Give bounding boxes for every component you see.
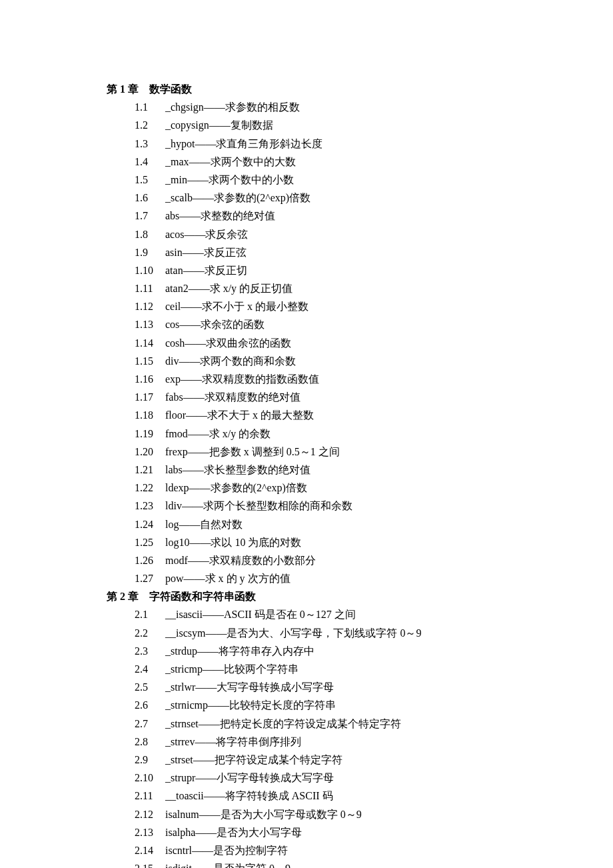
toc-item-number: 1.11 (135, 279, 165, 297)
toc-item-number: 1.10 (135, 261, 165, 279)
chapter-prefix: 第 (107, 83, 117, 95)
toc-item-number: 1.18 (135, 406, 165, 424)
toc-item-number: 1.1 (135, 98, 165, 116)
toc-item-number: 1.15 (135, 352, 165, 370)
toc-item-func: cos (165, 319, 179, 330)
toc-item-body: _hypot——求直角三角形斜边长度 (165, 135, 322, 153)
toc-item: 1.1_chgsign——求参数的相反数 (135, 98, 613, 116)
toc-item-body: _strlwr——大写字母转换成小写字母 (165, 678, 334, 696)
toc-item: 1.26modf——求双精度数的小数部分 (135, 551, 613, 569)
toc-item-func: atan2 (165, 283, 189, 294)
toc-item-body: cosh——求双曲余弦的函数 (165, 334, 291, 352)
toc-item-func: acos (165, 229, 184, 240)
toc-item-func: modf (165, 555, 188, 566)
toc-item-desc: ——求 x 的 y 次方的值 (184, 573, 291, 584)
toc-item-body: floor——求不大于 x 的最大整数 (165, 406, 314, 424)
toc-item: 1.15div——求两个数的商和余数 (135, 352, 613, 370)
chapter-mid: 章 (128, 591, 149, 602)
toc-item-body: __isascii——ASCII 码是否在 0～127 之间 (165, 605, 356, 623)
toc-item: 1.23ldiv——求两个长整型数相除的商和余数 (135, 497, 613, 515)
toc-item: 1.8acos——求反余弦 (135, 225, 613, 243)
toc-item: 1.3_hypot——求直角三角形斜边长度 (135, 135, 613, 153)
toc-item-desc: ——求余弦的函数 (179, 319, 265, 330)
toc-item-func: _strrev (165, 736, 195, 747)
toc-item-desc: ——求不大于 x 的最大整数 (186, 409, 314, 421)
toc-item-func: floor (165, 409, 186, 421)
toc-item-number: 2.9 (135, 751, 165, 769)
toc-item-func: isalnum (165, 809, 199, 820)
toc-item-body: labs——求长整型参数的绝对值 (165, 461, 310, 479)
toc-item-body: _strnicmp——比较特定长度的字符串 (165, 696, 336, 714)
toc-item-func: isdigit (165, 863, 192, 868)
toc-item-func: _strdup (165, 645, 197, 657)
toc-item-desc: ——求不小于 x 的最小整数 (181, 301, 308, 312)
toc-item-desc: ——自然对数 (179, 519, 243, 530)
toc-item-func: _hypot (165, 138, 195, 149)
chapter-prefix: 第 (107, 591, 117, 602)
toc-item-number: 2.3 (135, 642, 165, 660)
toc-item-desc: ——求双精度数的小数部分 (188, 555, 316, 566)
toc-item-func: _copysign (165, 119, 209, 131)
toc-item-desc: ——是否为大小写字母或数字 0～9 (199, 809, 362, 820)
toc-item: 2.7_strnset——把特定长度的字符设定成某个特定字符 (135, 715, 613, 733)
toc-item: 1.10atan——求反正切 (135, 261, 613, 279)
toc-item-desc: ——求反正切 (183, 265, 247, 276)
toc-item: 2.5_strlwr——大写字母转换成小写字母 (135, 678, 613, 696)
toc-item-number: 2.10 (135, 769, 165, 787)
toc-item-func: _strupr (165, 772, 195, 783)
toc-item-func: isalpha (165, 827, 195, 838)
toc-item: 1.17fabs——求双精度数的绝对值 (135, 388, 613, 406)
toc-item: 2.13isalpha——是否为大小写字母 (135, 823, 613, 841)
toc-item-body: _strrev——将字符串倒序排列 (165, 733, 301, 751)
toc-item-desc: ——求长整型参数的绝对值 (183, 464, 310, 475)
toc-item-func: _min (165, 174, 187, 185)
toc-item-func: fabs (165, 391, 183, 403)
toc-item: 1.22ldexp——求参数的(2^exp)倍数 (135, 479, 613, 497)
toc-item-body: _strupr——小写字母转换成大写字母 (165, 769, 334, 787)
toc-item-desc: ——求参数的(2^exp)倍数 (193, 192, 310, 203)
toc-item-func: ldexp (165, 482, 189, 493)
toc-item: 2.3_strdup——将字符串存入内存中 (135, 642, 613, 660)
toc-item-number: 1.16 (135, 370, 165, 388)
toc-item-func: _strnicmp (165, 699, 208, 711)
toc-item-func: __iscsym (165, 627, 205, 639)
toc-item-desc: ——比较两个字符串 (203, 663, 299, 675)
toc-item-number: 2.15 (135, 859, 165, 868)
toc-item-func: iscntrl (165, 845, 192, 856)
toc-item-body: log10——求以 10 为底的对数 (165, 533, 301, 551)
toc-item-body: exp——求双精度数的指数函数值 (165, 370, 319, 388)
chapter-name: 数学函数 (149, 83, 192, 95)
toc-item-desc: ——是否为大、小写字母，下划线或字符 0～9 (205, 627, 421, 639)
toc-item-func: _strset (165, 754, 193, 765)
toc-item: 1.20frexp——把参数 x 调整到 0.5～1 之间 (135, 443, 613, 461)
toc-item-body: fmod——求 x/y 的余数 (165, 425, 271, 443)
toc-item: 1.2_copysign——复制数据 (135, 116, 613, 134)
toc-item-func: ldiv (165, 500, 182, 511)
toc-item-func: _scalb (165, 192, 193, 203)
toc-item: 2.6_strnicmp——比较特定长度的字符串 (135, 696, 613, 714)
toc-item-number: 2.4 (135, 660, 165, 678)
toc-item-func: _stricmp (165, 663, 203, 675)
toc-item-func: _chgsign (165, 101, 204, 113)
toc-item-func: frexp (165, 446, 188, 457)
toc-item: 2.1__isascii——ASCII 码是否在 0～127 之间 (135, 605, 613, 623)
toc-item-number: 2.11 (135, 787, 165, 805)
toc-item: 1.16exp——求双精度数的指数函数值 (135, 370, 613, 388)
toc-item: 1.14cosh——求双曲余弦的函数 (135, 334, 613, 352)
toc-item-body: atan——求反正切 (165, 261, 247, 279)
toc-item-number: 1.17 (135, 388, 165, 406)
toc-item-number: 1.2 (135, 116, 165, 134)
chapter-1-items: 1.1_chgsign——求参数的相反数1.2_copysign——复制数据1.… (107, 98, 613, 587)
toc-item-number: 2.13 (135, 823, 165, 841)
toc-item-func: __toascii (165, 790, 204, 801)
toc-item: 1.12ceil——求不小于 x 的最小整数 (135, 297, 613, 315)
toc-item-func: pow (165, 573, 184, 584)
toc-item-desc: ——将字符转换成 ASCII 码 (204, 790, 333, 801)
toc-item-func: exp (165, 373, 181, 385)
toc-item-number: 1.14 (135, 334, 165, 352)
toc-item: 2.9_strset——把字符设定成某个特定字符 (135, 751, 613, 769)
toc-item-number: 1.22 (135, 479, 165, 497)
toc-item-func: cosh (165, 337, 185, 349)
toc-item-func: _max (165, 156, 189, 167)
chapter-2-title: 第 2 章 字符函数和字符串函数 (107, 587, 613, 605)
